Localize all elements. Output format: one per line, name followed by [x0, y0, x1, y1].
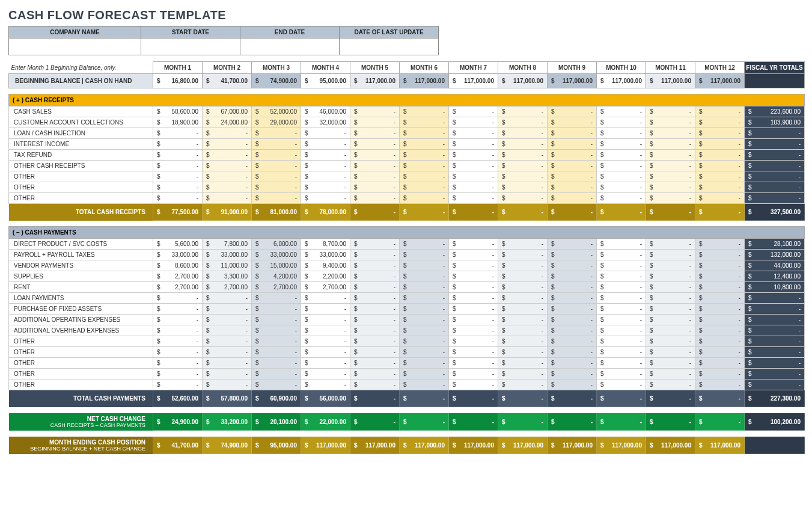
receipt-row-cell[interactable]: $-	[646, 128, 695, 139]
payment-row-cell[interactable]: $-	[646, 293, 695, 304]
receipt-row-cell[interactable]: $-	[548, 117, 597, 128]
payment-row-cell[interactable]: $-	[597, 282, 646, 293]
payment-row-cell[interactable]: $-	[400, 325, 449, 336]
payment-row-cell[interactable]: $-	[252, 347, 301, 358]
receipt-row-cell[interactable]: $-	[350, 161, 400, 171]
payment-row-cell[interactable]: $-	[646, 325, 695, 336]
payment-row-total[interactable]: $44,000.00	[745, 260, 805, 271]
payment-row-total[interactable]: $-	[745, 347, 805, 358]
receipt-row-cell[interactable]: $-	[400, 117, 449, 128]
receipt-row-cell[interactable]: $24,000.00	[203, 117, 252, 128]
payment-row-cell[interactable]: $-	[548, 347, 597, 358]
payment-row-cell[interactable]: $-	[597, 239, 646, 250]
payment-row-cell[interactable]: $-	[695, 336, 745, 347]
payment-row-cell[interactable]: $-	[498, 271, 548, 282]
net-cash-change-cell[interactable]: $20,100.00	[252, 413, 301, 431]
payment-row-cell[interactable]: $-	[597, 369, 646, 379]
payment-row-cell[interactable]: $-	[548, 271, 597, 282]
total-cash-receipts-cell[interactable]: $-	[597, 204, 646, 221]
payment-row-cell[interactable]: $-	[301, 315, 350, 325]
payment-row-cell[interactable]: $-	[350, 260, 400, 271]
meta-input-company[interactable]	[9, 38, 141, 55]
payment-row-cell[interactable]: $-	[350, 336, 400, 347]
payment-row-total[interactable]: $-	[745, 336, 805, 347]
receipt-row-total[interactable]: $-	[745, 150, 805, 161]
receipt-row-cell[interactable]: $-	[695, 182, 745, 193]
month-ending-cell[interactable]: $117,000.00	[548, 437, 597, 454]
payment-row-cell[interactable]: $8,600.00	[153, 260, 203, 271]
payment-row-cell[interactable]: $-	[646, 369, 695, 379]
receipt-row-cell[interactable]: $-	[203, 193, 252, 204]
beginning-balance-cell[interactable]: $117,000.00	[498, 74, 548, 88]
payment-row-cell[interactable]: $-	[350, 379, 400, 390]
payment-row-cell[interactable]: $-	[350, 250, 400, 260]
receipt-row-cell[interactable]: $-	[400, 150, 449, 161]
payment-row-cell[interactable]: $-	[646, 260, 695, 271]
receipt-row-cell[interactable]: $-	[252, 182, 301, 193]
payment-row-cell[interactable]: $-	[498, 282, 548, 293]
net-cash-change-cell[interactable]: $-	[400, 413, 449, 431]
payment-row-cell[interactable]: $-	[646, 379, 695, 390]
total-cash-payments-cell[interactable]: $-	[449, 390, 498, 407]
payment-row-cell[interactable]: $-	[400, 250, 449, 260]
payment-row-cell[interactable]: $-	[695, 239, 745, 250]
payment-row-cell[interactable]: $-	[400, 282, 449, 293]
receipt-row-cell[interactable]: $-	[498, 128, 548, 139]
total-cash-payments-cell[interactable]: $-	[597, 390, 646, 407]
receipt-row-cell[interactable]: $-	[350, 171, 400, 182]
payment-row-cell[interactable]: $-	[350, 239, 400, 250]
payment-row-cell[interactable]: $-	[301, 358, 350, 369]
payment-row-cell[interactable]: $-	[252, 358, 301, 369]
payment-row-total[interactable]: $-	[745, 315, 805, 325]
payment-row-cell[interactable]: $-	[449, 293, 498, 304]
payment-row-cell[interactable]: $-	[597, 347, 646, 358]
month-ending-cell[interactable]: $117,000.00	[301, 437, 350, 454]
total-cash-receipts-cell[interactable]: $-	[695, 204, 745, 221]
payment-row-cell[interactable]: $-	[449, 282, 498, 293]
payment-row-cell[interactable]: $-	[548, 336, 597, 347]
payment-row-total[interactable]: $12,400.00	[745, 271, 805, 282]
receipt-row-cell[interactable]: $-	[301, 171, 350, 182]
payment-row-cell[interactable]: $-	[548, 304, 597, 315]
payment-row-cell[interactable]: $-	[597, 358, 646, 369]
receipt-row-cell[interactable]: $-	[252, 139, 301, 150]
payment-row-cell[interactable]: $-	[646, 304, 695, 315]
receipt-row-cell[interactable]: $-	[597, 150, 646, 161]
payment-row-cell[interactable]: $-	[350, 315, 400, 325]
receipt-row-cell[interactable]: $-	[153, 139, 203, 150]
receipt-row-cell[interactable]: $-	[153, 161, 203, 171]
payment-row-cell[interactable]: $-	[449, 379, 498, 390]
payment-row-cell[interactable]: $-	[153, 293, 203, 304]
payment-row-cell[interactable]: $-	[695, 293, 745, 304]
payment-row-cell[interactable]: $-	[695, 282, 745, 293]
payment-row-cell[interactable]: $-	[548, 293, 597, 304]
meta-input-end-date[interactable]	[240, 38, 340, 55]
total-cash-receipts-cell[interactable]: $77,500.00	[153, 204, 203, 221]
total-cash-receipts-cell[interactable]: $81,000.00	[252, 204, 301, 221]
net-cash-change-cell[interactable]: $-	[449, 413, 498, 431]
payment-row-cell[interactable]: $-	[498, 250, 548, 260]
receipt-row-cell[interactable]: $-	[350, 182, 400, 193]
beginning-balance-cell[interactable]: $74,900.00	[252, 74, 301, 88]
net-cash-change-cell[interactable]: $-	[695, 413, 745, 431]
receipt-row-cell[interactable]: $-	[548, 150, 597, 161]
payment-row-cell[interactable]: $-	[252, 336, 301, 347]
beginning-balance-cell[interactable]: $95,000.00	[301, 74, 350, 88]
net-cash-change-cell[interactable]: $24,900.00	[153, 413, 203, 431]
receipt-row-cell[interactable]: $-	[400, 161, 449, 171]
payment-row-cell[interactable]: $-	[350, 304, 400, 315]
payment-row-cell[interactable]: $33,000.00	[203, 250, 252, 260]
receipt-row-cell[interactable]: $-	[597, 193, 646, 204]
payment-row-cell[interactable]: $-	[646, 271, 695, 282]
month-ending-cell[interactable]: $117,000.00	[449, 437, 498, 454]
payment-row-cell[interactable]: $2,200.00	[301, 271, 350, 282]
payment-row-cell[interactable]: $-	[548, 358, 597, 369]
month-ending-cell[interactable]: $74,900.00	[203, 437, 252, 454]
receipt-row-cell[interactable]: $-	[548, 139, 597, 150]
payment-row-cell[interactable]: $-	[449, 315, 498, 325]
payment-row-cell[interactable]: $5,600.00	[153, 239, 203, 250]
receipt-row-cell[interactable]: $-	[153, 150, 203, 161]
payment-row-cell[interactable]: $-	[695, 379, 745, 390]
month-ending-cell[interactable]: $117,000.00	[350, 437, 400, 454]
payment-row-cell[interactable]: $-	[153, 347, 203, 358]
